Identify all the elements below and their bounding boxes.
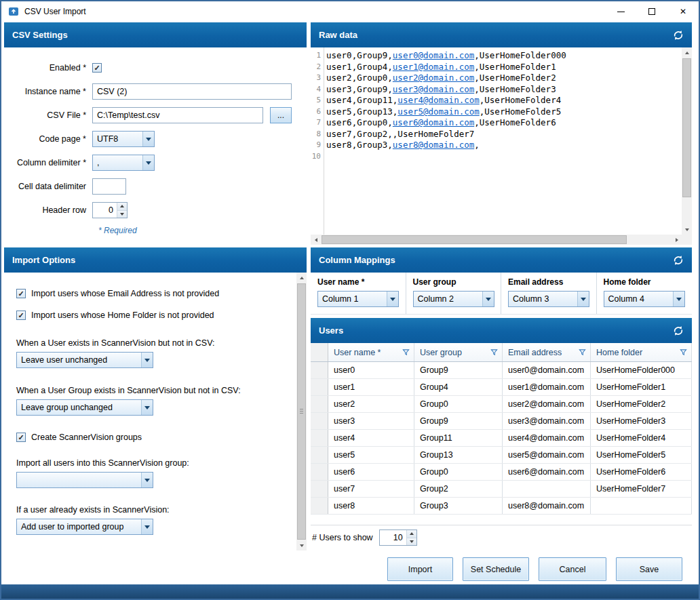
table-row[interactable]: user3Group9user3@domain.comUserHomeFolde… <box>311 413 692 430</box>
csv-file-input[interactable]: C:\Temp\test.csv <box>92 107 263 123</box>
users-header: Users <box>311 318 692 343</box>
table-row[interactable]: user0Group9user0@domain.comUserHomeFolde… <box>311 362 692 379</box>
user-already-exists-select[interactable]: Add user to imported group <box>16 519 153 535</box>
email-link[interactable]: user0@domain.com <box>393 50 474 60</box>
mapping-column-select[interactable]: Column 4 <box>604 291 685 307</box>
spin-down-button[interactable] <box>407 538 416 546</box>
spin-up-button[interactable] <box>407 530 416 538</box>
filter-icon[interactable] <box>402 348 410 356</box>
users-to-show-stepper[interactable]: 10 <box>379 529 417 546</box>
row-selector[interactable] <box>311 362 328 378</box>
scroll-right-arrow[interactable] <box>672 235 682 245</box>
import-button[interactable]: Import <box>387 557 453 581</box>
scrollbar-thumb[interactable] <box>322 235 627 244</box>
email-link[interactable]: user4@domain.com <box>397 95 479 105</box>
raw-data-line: user2,Group0,user2@domain.com,UserHomeFo… <box>326 73 681 84</box>
users-column-header[interactable]: User group <box>414 343 503 361</box>
enabled-checkbox[interactable] <box>92 63 102 73</box>
import-into-group-select[interactable] <box>16 472 153 488</box>
scroll-up-arrow[interactable] <box>682 47 692 58</box>
raw-text-lines[interactable]: user0,Group9,user0@domain.com,UserHomeFo… <box>326 50 681 234</box>
users-column-header[interactable]: Home folder <box>591 343 692 361</box>
email-link[interactable]: user3@domain.com <box>393 84 474 94</box>
import-no-folder-checkbox[interactable] <box>16 311 26 320</box>
table-cell: user7 <box>328 481 414 497</box>
maximize-button[interactable] <box>636 1 667 22</box>
row-selector[interactable] <box>311 379 328 395</box>
close-button[interactable] <box>667 1 699 22</box>
email-link[interactable]: user1@domain.com <box>393 62 474 72</box>
email-link[interactable]: user2@domain.com <box>393 73 474 83</box>
csv-file-value: C:\Temp\test.csv <box>97 111 159 120</box>
filter-icon[interactable] <box>490 348 498 356</box>
mapping-column-value: Column 1 <box>318 292 387 306</box>
save-button[interactable]: Save <box>616 557 682 581</box>
scroll-left-arrow[interactable] <box>311 235 321 245</box>
set-schedule-button[interactable]: Set Schedule <box>463 557 529 581</box>
scrollbar-thumb[interactable] <box>682 58 691 197</box>
import-no-email-checkbox[interactable] <box>16 289 26 298</box>
scrollbar-thumb[interactable] <box>297 283 306 540</box>
scroll-down-arrow[interactable] <box>682 224 692 235</box>
users-select-all-header <box>311 343 328 361</box>
raw-data-line: user1,Group4,user1@domain.com,UserHomeFo… <box>326 62 681 73</box>
chevron-down-icon <box>673 292 684 306</box>
scroll-down-arrow[interactable] <box>296 540 307 551</box>
cell-data-delimiter-input[interactable] <box>92 178 126 195</box>
browse-button[interactable]: ... <box>270 107 292 123</box>
import-options-scrollbar[interactable] <box>296 273 307 551</box>
users-column-header-label: User group <box>420 348 462 357</box>
filter-icon[interactable] <box>579 348 586 356</box>
row-selector[interactable] <box>311 430 328 446</box>
column-delimiter-value: , <box>93 155 142 170</box>
header-row-stepper[interactable]: 0 <box>92 202 128 218</box>
row-selector[interactable] <box>311 464 328 480</box>
mapping-column-value: Column 3 <box>509 292 577 306</box>
raw-data-line: user3,Group9,user3@domain.com,UserHomeFo… <box>326 84 681 96</box>
table-row[interactable]: user7Group2UserHomeFolder7 <box>311 481 692 498</box>
email-link[interactable]: user6@domain.com <box>393 117 474 127</box>
instance-name-input[interactable]: CSV (2) <box>92 83 292 100</box>
mapping-column-select[interactable]: Column 3 <box>508 291 589 307</box>
email-link[interactable]: user5@domain.com <box>397 106 479 117</box>
table-cell: UserHomeFolder6 <box>591 464 692 480</box>
table-row[interactable]: user2Group0user2@domain.comUserHomeFolde… <box>311 396 692 413</box>
row-selector[interactable] <box>311 498 328 514</box>
filter-icon[interactable] <box>680 348 687 356</box>
table-row[interactable]: user6Group0user6@domain.comUserHomeFolde… <box>311 464 692 481</box>
scroll-up-arrow[interactable] <box>296 273 307 283</box>
row-selector[interactable] <box>311 396 328 412</box>
spin-down-button[interactable] <box>117 211 127 218</box>
row-selector[interactable] <box>311 481 328 497</box>
users-column-header[interactable]: Email address <box>503 343 591 361</box>
csv-settings-header: CSV Settings <box>4 22 307 47</box>
mapping-column-select[interactable]: Column 1 <box>317 291 399 307</box>
raw-data-panel: 12345678910 user0,Group9,user0@domain.co… <box>311 47 692 245</box>
table-row[interactable]: user4Group11user4@domain.comUserHomeFold… <box>311 430 692 447</box>
row-selector[interactable] <box>311 413 328 429</box>
refresh-mappings-icon[interactable] <box>673 255 684 266</box>
row-selector[interactable] <box>311 447 328 463</box>
cancel-button[interactable]: Cancel <box>539 557 606 581</box>
mapping-column: User name *Column 1 <box>311 273 406 314</box>
spin-up-button[interactable] <box>117 203 127 211</box>
column-delimiter-select[interactable]: , <box>92 155 155 171</box>
user-exists-select[interactable]: Leave user unchanged <box>16 352 153 368</box>
minimize-button[interactable] <box>605 1 636 22</box>
table-cell: user6@domain.com <box>503 464 591 480</box>
mapping-column: Email addressColumn 3 <box>501 273 597 314</box>
table-row[interactable]: user5Group13user5@domain.comUserHomeFold… <box>311 447 692 464</box>
code-page-select[interactable]: UTF8 <box>92 131 155 147</box>
users-column-header[interactable]: User name * <box>328 343 414 361</box>
mapping-column-select[interactable]: Column 2 <box>413 291 494 307</box>
cell-data-delimiter-label: Cell data delimiter <box>4 182 92 191</box>
refresh-raw-data-icon[interactable] <box>673 30 684 41</box>
raw-horizontal-scrollbar[interactable] <box>311 235 682 245</box>
email-link[interactable]: user8@domain.com <box>393 140 474 150</box>
table-row[interactable]: user8Group3user8@domain.com <box>311 498 692 515</box>
group-exists-select[interactable]: Leave group unchanged <box>16 399 153 416</box>
refresh-users-icon[interactable] <box>673 325 684 336</box>
create-groups-checkbox[interactable] <box>16 433 26 442</box>
raw-vertical-scrollbar[interactable] <box>682 47 692 235</box>
table-row[interactable]: user1Group4user1@domain.comUserHomeFolde… <box>311 379 692 396</box>
